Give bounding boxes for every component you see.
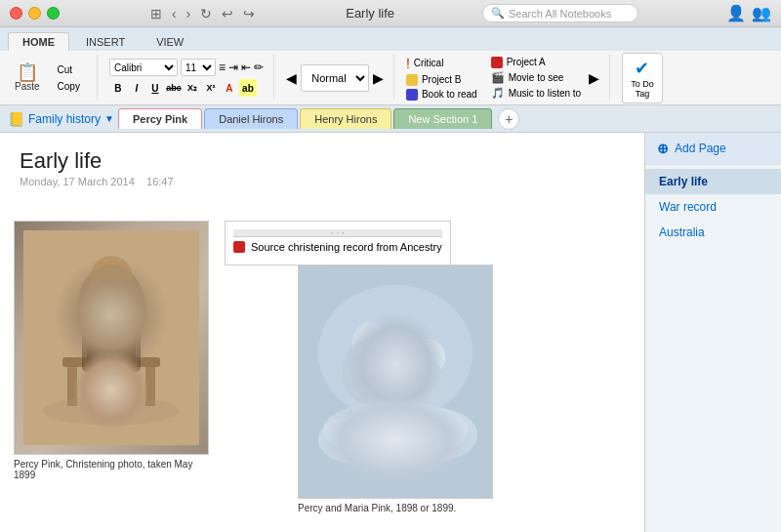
refresh-button[interactable]: ↻ bbox=[197, 6, 215, 21]
share-icon[interactable]: 👥 bbox=[752, 4, 771, 22]
music-label: Music to listen to bbox=[509, 88, 581, 99]
tab-percy-pink[interactable]: Percy Pink bbox=[118, 108, 202, 129]
todo-group: ✔ To DoTag bbox=[622, 55, 673, 101]
movie-label: Movie to see bbox=[509, 72, 564, 83]
back-button[interactable]: ‹ bbox=[169, 6, 180, 21]
indent-icon[interactable]: ⇥ bbox=[228, 61, 238, 74]
window-title: Early life bbox=[346, 6, 394, 20]
box-body: Source christening record from Ancestry bbox=[233, 237, 442, 257]
highlight-button[interactable]: ab bbox=[239, 79, 257, 97]
notebook-name-label: Family history bbox=[28, 112, 101, 126]
tab-henry-hirons[interactable]: Henry Hirons bbox=[300, 108, 391, 129]
right-sidebar: ⊕ Add Page Early life War record Austral… bbox=[644, 133, 781, 532]
todo-button[interactable]: ✔ To DoTag bbox=[622, 53, 663, 103]
critical-icon: ! bbox=[406, 56, 410, 71]
tab-view[interactable]: VIEW bbox=[142, 32, 198, 51]
nav-controls: ⊞ ‹ › ↻ ↩ ↪ bbox=[147, 6, 258, 21]
highlight-icon[interactable]: ✏ bbox=[254, 61, 264, 74]
redo-button[interactable]: ↪ bbox=[240, 6, 258, 21]
format-icons: B I U abc X₂ X² A ab bbox=[109, 79, 264, 97]
page-date: Monday, 17 March 2014 16:47 bbox=[20, 176, 625, 187]
tab-daniel-hirons[interactable]: Daniel Hirons bbox=[204, 108, 298, 129]
projectb-icon bbox=[406, 74, 418, 86]
notebook-dropdown-icon: ▼ bbox=[104, 113, 114, 124]
page-list-item-early-life[interactable]: Early life bbox=[645, 169, 781, 194]
svg-point-12 bbox=[343, 338, 400, 405]
add-tab-button[interactable]: + bbox=[498, 108, 519, 130]
projecta-icon bbox=[491, 57, 503, 68]
tab-insert[interactable]: INSERT bbox=[71, 32, 140, 51]
close-button[interactable] bbox=[10, 7, 22, 20]
maximize-button[interactable] bbox=[47, 7, 60, 20]
forward-button[interactable]: › bbox=[184, 6, 194, 21]
photo1-image bbox=[14, 221, 209, 455]
photo2-image bbox=[298, 265, 493, 499]
box-handle[interactable]: · · · bbox=[233, 229, 442, 237]
page-list-item-australia[interactable]: Australia bbox=[645, 220, 781, 245]
svg-rect-3 bbox=[87, 301, 136, 369]
strikethrough-button[interactable]: abc bbox=[165, 79, 183, 97]
undo-button[interactable]: ↩ bbox=[219, 6, 236, 21]
font-selector[interactable]: Calibri bbox=[109, 59, 178, 76]
user-icon[interactable]: 👤 bbox=[726, 4, 746, 22]
ribbon-tabs: HOME INSERT VIEW bbox=[0, 27, 781, 51]
book-label: Book to read bbox=[422, 89, 477, 100]
bold-button[interactable]: B bbox=[109, 79, 127, 97]
copy-button[interactable]: Copy bbox=[51, 79, 87, 94]
photo2-svg bbox=[299, 265, 492, 499]
music-icon: 🎵 bbox=[491, 87, 505, 100]
page-title: Early life bbox=[20, 148, 625, 174]
font-size-selector[interactable]: 11 bbox=[181, 59, 216, 76]
todo-check-icon: ✔ bbox=[635, 58, 649, 79]
list-icon[interactable]: ≡ bbox=[219, 61, 226, 74]
style-selector[interactable]: Normal bbox=[301, 64, 369, 92]
photo1-caption: Percy Pink, Christening photo, taken May… bbox=[14, 459, 209, 480]
critical-label: Critical bbox=[414, 58, 444, 68]
todo-label: To DoTag bbox=[631, 79, 654, 99]
toolbar-icon[interactable]: ⊞ bbox=[147, 6, 165, 21]
tags-expand-icon[interactable]: ▶ bbox=[589, 70, 599, 86]
movie-icon: 🎬 bbox=[491, 71, 505, 84]
underline-button[interactable]: U bbox=[146, 79, 164, 97]
superscript-button[interactable]: X² bbox=[202, 79, 220, 97]
minimize-button[interactable] bbox=[28, 7, 41, 20]
notebook-selector[interactable]: 📒 Family history ▼ bbox=[8, 111, 114, 127]
style-next-icon[interactable]: ▶ bbox=[373, 70, 384, 86]
font-group: Calibri 11 ≡ ⇥ ⇤ ✏ B I U abc X₂ X² A ab bbox=[109, 55, 274, 101]
title-bar: ⊞ ‹ › ↻ ↩ ↪ Early life 🔍 Search All Note… bbox=[0, 0, 781, 27]
style-prev-icon[interactable]: ◀ bbox=[286, 70, 297, 86]
tab-home[interactable]: HOME bbox=[8, 32, 69, 51]
cut-copy-group: Cut Copy bbox=[51, 62, 87, 94]
svg-point-8 bbox=[43, 396, 180, 426]
cut-button[interactable]: Cut bbox=[51, 62, 87, 77]
photo2-caption: Percy and Maria Pink, 1898 or 1899. bbox=[298, 503, 493, 513]
svg-point-13 bbox=[403, 338, 446, 377]
svg-point-15 bbox=[323, 401, 469, 459]
search-bar[interactable]: 🔍 Search All Notebooks bbox=[482, 4, 638, 22]
add-page-label: Add Page bbox=[675, 142, 726, 155]
subscript-button[interactable]: X₂ bbox=[184, 79, 201, 97]
tab-new-section[interactable]: New Section 1 bbox=[393, 108, 492, 129]
svg-point-11 bbox=[351, 322, 390, 365]
book-icon bbox=[406, 89, 418, 101]
add-page-icon: ⊕ bbox=[657, 141, 669, 156]
text-color-button[interactable]: A bbox=[221, 79, 238, 97]
notebook-icon: 📒 bbox=[8, 111, 24, 127]
italic-button[interactable]: I bbox=[128, 79, 145, 97]
source-text: Source christening record from Ancestry bbox=[251, 241, 442, 253]
notebook-bar: 📒 Family history ▼ Percy Pink Daniel Hir… bbox=[0, 105, 781, 133]
photo1-svg bbox=[23, 230, 199, 445]
search-icon: 🔍 bbox=[491, 7, 505, 20]
user-controls: 👤 👥 bbox=[726, 4, 771, 22]
window-controls bbox=[10, 7, 60, 20]
paste-button[interactable]: 📋 Paste bbox=[8, 61, 47, 95]
clipboard-group: 📋 Paste Cut Copy bbox=[8, 55, 98, 101]
source-item: Source christening record from Ancestry bbox=[233, 241, 442, 253]
page-list: Early life War record Australia bbox=[645, 165, 781, 249]
svg-point-2 bbox=[90, 256, 133, 303]
page-list-item-war-record[interactable]: War record bbox=[645, 194, 781, 220]
add-page-button[interactable]: ⊕ Add Page bbox=[645, 133, 781, 165]
outdent-icon[interactable]: ⇤ bbox=[241, 61, 251, 74]
source-dot-icon bbox=[233, 241, 245, 253]
svg-point-16 bbox=[318, 416, 395, 465]
